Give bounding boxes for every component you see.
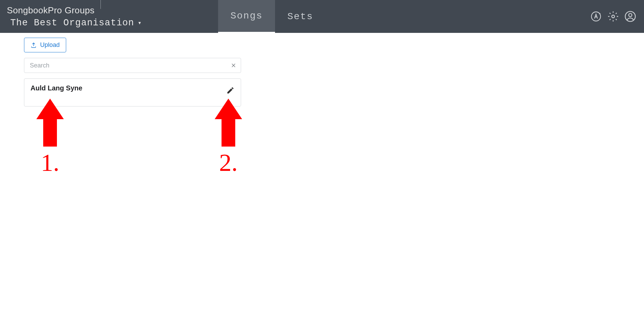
annotation-label-2: 2. bbox=[219, 149, 238, 177]
tabs: Songs Sets bbox=[218, 0, 325, 33]
tab-sets[interactable]: Sets bbox=[275, 0, 325, 33]
svg-point-3 bbox=[629, 13, 632, 16]
gear-icon[interactable] bbox=[608, 11, 619, 22]
upload-icon bbox=[31, 42, 37, 48]
app-header: SongbookPro Groups The Best Organisation… bbox=[0, 0, 644, 33]
search-wrapper bbox=[24, 58, 241, 73]
annotation-1: 1. bbox=[36, 99, 64, 177]
refresh-a-icon[interactable] bbox=[591, 11, 601, 22]
search-input[interactable] bbox=[24, 58, 241, 73]
header-icons bbox=[591, 0, 636, 33]
app-title: SongbookPro Groups bbox=[7, 5, 94, 16]
caret-down-icon: ▼ bbox=[138, 21, 142, 25]
annotation-label-1: 1. bbox=[41, 149, 59, 177]
pencil-icon bbox=[226, 86, 235, 95]
arrow-up-icon bbox=[36, 99, 64, 119]
song-title: Auld Lang Syne bbox=[31, 84, 82, 92]
upload-label: Upload bbox=[40, 41, 60, 49]
annotation-2: 2. bbox=[215, 99, 242, 177]
header-left: SongbookPro Groups The Best Organisation… bbox=[0, 5, 142, 28]
arrow-up-icon bbox=[215, 99, 242, 119]
tab-songs[interactable]: Songs bbox=[218, 0, 275, 33]
tab-label: Songs bbox=[230, 11, 263, 21]
close-icon bbox=[231, 63, 236, 68]
svg-point-1 bbox=[612, 15, 615, 18]
org-selector[interactable]: The Best Organisation ▼ bbox=[7, 18, 142, 28]
org-name: The Best Organisation bbox=[10, 18, 134, 28]
edit-song-button[interactable] bbox=[226, 86, 235, 95]
arrow-stem bbox=[43, 119, 57, 147]
account-icon[interactable] bbox=[625, 11, 636, 22]
app-title-row: SongbookPro Groups bbox=[7, 5, 142, 16]
upload-button[interactable]: Upload bbox=[24, 38, 66, 52]
arrow-stem bbox=[222, 119, 235, 147]
content-area: Upload Auld Lang Syne bbox=[0, 33, 243, 106]
title-divider bbox=[100, 0, 101, 9]
clear-search-button[interactable] bbox=[230, 62, 237, 69]
tab-label: Sets bbox=[287, 11, 313, 22]
